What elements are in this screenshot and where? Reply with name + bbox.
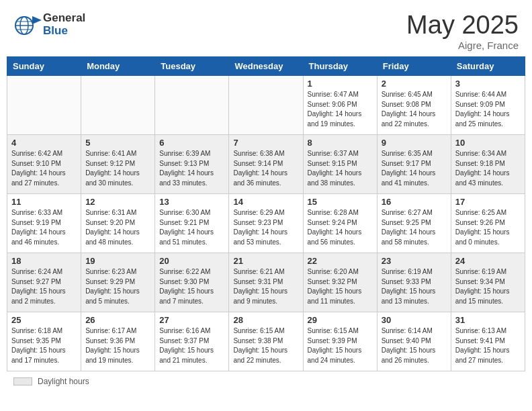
day-info: Sunrise: 6:38 AM Sunset: 9:14 PM Dayligh… bbox=[233, 149, 298, 188]
table-row bbox=[81, 76, 155, 135]
day-number: 5 bbox=[85, 138, 150, 148]
table-row: 1Sunrise: 6:47 AM Sunset: 9:06 PM Daylig… bbox=[303, 76, 377, 135]
day-number: 14 bbox=[233, 197, 298, 207]
day-info: Sunrise: 6:21 AM Sunset: 9:31 PM Dayligh… bbox=[233, 267, 298, 306]
header-saturday: Saturday bbox=[451, 57, 525, 76]
calendar-week-row: 1Sunrise: 6:47 AM Sunset: 9:06 PM Daylig… bbox=[7, 76, 525, 135]
day-number: 2 bbox=[382, 79, 447, 89]
day-info: Sunrise: 6:25 AM Sunset: 9:26 PM Dayligh… bbox=[455, 208, 521, 247]
day-info: Sunrise: 6:39 AM Sunset: 9:13 PM Dayligh… bbox=[159, 149, 224, 188]
table-row: 6Sunrise: 6:39 AM Sunset: 9:13 PM Daylig… bbox=[155, 135, 229, 194]
logo-blue: Blue bbox=[43, 25, 85, 38]
day-number: 1 bbox=[308, 79, 373, 89]
day-info: Sunrise: 6:17 AM Sunset: 9:36 PM Dayligh… bbox=[85, 326, 150, 365]
day-info: Sunrise: 6:20 AM Sunset: 9:32 PM Dayligh… bbox=[308, 267, 373, 306]
day-info: Sunrise: 6:41 AM Sunset: 9:12 PM Dayligh… bbox=[85, 149, 150, 188]
table-row: 4Sunrise: 6:42 AM Sunset: 9:10 PM Daylig… bbox=[7, 135, 81, 194]
day-number: 11 bbox=[11, 197, 77, 207]
day-info: Sunrise: 6:27 AM Sunset: 9:25 PM Dayligh… bbox=[382, 208, 447, 247]
day-number: 4 bbox=[11, 138, 77, 148]
day-number: 10 bbox=[455, 138, 521, 148]
header-sunday: Sunday bbox=[7, 57, 81, 76]
day-number: 19 bbox=[85, 256, 150, 266]
day-info: Sunrise: 6:37 AM Sunset: 9:15 PM Dayligh… bbox=[308, 149, 373, 188]
footer: Daylight hours bbox=[0, 371, 532, 392]
day-number: 22 bbox=[308, 256, 373, 266]
day-info: Sunrise: 6:14 AM Sunset: 9:40 PM Dayligh… bbox=[382, 326, 447, 365]
table-row: 17Sunrise: 6:25 AM Sunset: 9:26 PM Dayli… bbox=[451, 194, 525, 253]
header: General Blue May 2025 Aigre, France bbox=[0, 0, 532, 56]
table-row: 26Sunrise: 6:17 AM Sunset: 9:36 PM Dayli… bbox=[81, 312, 155, 371]
day-info: Sunrise: 6:35 AM Sunset: 9:17 PM Dayligh… bbox=[382, 149, 447, 188]
day-info: Sunrise: 6:30 AM Sunset: 9:21 PM Dayligh… bbox=[159, 208, 224, 247]
table-row: 19Sunrise: 6:23 AM Sunset: 9:29 PM Dayli… bbox=[81, 253, 155, 312]
table-row: 23Sunrise: 6:19 AM Sunset: 9:33 PM Dayli… bbox=[377, 253, 451, 312]
table-row: 14Sunrise: 6:29 AM Sunset: 9:23 PM Dayli… bbox=[229, 194, 303, 253]
day-number: 17 bbox=[455, 197, 521, 207]
table-row: 13Sunrise: 6:30 AM Sunset: 9:21 PM Dayli… bbox=[155, 194, 229, 253]
header-monday: Monday bbox=[81, 57, 155, 76]
day-info: Sunrise: 6:45 AM Sunset: 9:08 PM Dayligh… bbox=[382, 90, 447, 129]
logo-icon bbox=[13, 11, 42, 39]
calendar-table: Sunday Monday Tuesday Wednesday Thursday… bbox=[7, 56, 525, 371]
day-info: Sunrise: 6:47 AM Sunset: 9:06 PM Dayligh… bbox=[308, 90, 373, 129]
header-thursday: Thursday bbox=[303, 57, 377, 76]
day-number: 9 bbox=[382, 138, 447, 148]
table-row: 16Sunrise: 6:27 AM Sunset: 9:25 PM Dayli… bbox=[377, 194, 451, 253]
day-info: Sunrise: 6:16 AM Sunset: 9:37 PM Dayligh… bbox=[159, 326, 224, 365]
day-info: Sunrise: 6:29 AM Sunset: 9:23 PM Dayligh… bbox=[233, 208, 298, 247]
table-row: 18Sunrise: 6:24 AM Sunset: 9:27 PM Dayli… bbox=[7, 253, 81, 312]
day-info: Sunrise: 6:15 AM Sunset: 9:39 PM Dayligh… bbox=[308, 326, 373, 365]
day-info: Sunrise: 6:13 AM Sunset: 9:41 PM Dayligh… bbox=[455, 326, 521, 365]
calendar-week-row: 4Sunrise: 6:42 AM Sunset: 9:10 PM Daylig… bbox=[7, 135, 525, 194]
table-row: 22Sunrise: 6:20 AM Sunset: 9:32 PM Dayli… bbox=[303, 253, 377, 312]
table-row bbox=[7, 76, 81, 135]
day-number: 20 bbox=[159, 256, 224, 266]
calendar-week-row: 25Sunrise: 6:18 AM Sunset: 9:35 PM Dayli… bbox=[7, 312, 525, 371]
day-info: Sunrise: 6:18 AM Sunset: 9:35 PM Dayligh… bbox=[11, 326, 77, 365]
daylight-label: Daylight hours bbox=[38, 377, 89, 386]
day-info: Sunrise: 6:15 AM Sunset: 9:38 PM Dayligh… bbox=[233, 326, 298, 365]
table-row: 27Sunrise: 6:16 AM Sunset: 9:37 PM Dayli… bbox=[155, 312, 229, 371]
day-info: Sunrise: 6:31 AM Sunset: 9:20 PM Dayligh… bbox=[85, 208, 150, 247]
day-info: Sunrise: 6:19 AM Sunset: 9:33 PM Dayligh… bbox=[382, 267, 447, 306]
calendar-header-row: Sunday Monday Tuesday Wednesday Thursday… bbox=[7, 57, 525, 76]
header-tuesday: Tuesday bbox=[155, 57, 229, 76]
day-number: 12 bbox=[85, 197, 150, 207]
day-number: 26 bbox=[85, 315, 150, 325]
table-row: 3Sunrise: 6:44 AM Sunset: 9:09 PM Daylig… bbox=[451, 76, 525, 135]
table-row: 31Sunrise: 6:13 AM Sunset: 9:41 PM Dayli… bbox=[451, 312, 525, 371]
day-number: 18 bbox=[11, 256, 77, 266]
table-row: 30Sunrise: 6:14 AM Sunset: 9:40 PM Dayli… bbox=[377, 312, 451, 371]
day-info: Sunrise: 6:19 AM Sunset: 9:34 PM Dayligh… bbox=[455, 267, 521, 306]
logo-general: General bbox=[43, 12, 85, 25]
day-info: Sunrise: 6:44 AM Sunset: 9:09 PM Dayligh… bbox=[455, 90, 521, 129]
day-info: Sunrise: 6:22 AM Sunset: 9:30 PM Dayligh… bbox=[159, 267, 224, 306]
day-info: Sunrise: 6:42 AM Sunset: 9:10 PM Dayligh… bbox=[11, 149, 77, 188]
day-number: 31 bbox=[455, 315, 521, 325]
day-info: Sunrise: 6:34 AM Sunset: 9:18 PM Dayligh… bbox=[455, 149, 521, 188]
title-block: May 2025 Aigre, France bbox=[406, 11, 519, 51]
table-row: 2Sunrise: 6:45 AM Sunset: 9:08 PM Daylig… bbox=[377, 76, 451, 135]
table-row: 12Sunrise: 6:31 AM Sunset: 9:20 PM Dayli… bbox=[81, 194, 155, 253]
day-number: 3 bbox=[455, 79, 521, 89]
day-number: 7 bbox=[233, 138, 298, 148]
logo-text-block: General Blue bbox=[43, 12, 85, 37]
logo: General Blue bbox=[13, 11, 85, 39]
day-number: 15 bbox=[308, 197, 373, 207]
day-info: Sunrise: 6:33 AM Sunset: 9:19 PM Dayligh… bbox=[11, 208, 77, 247]
calendar-week-row: 18Sunrise: 6:24 AM Sunset: 9:27 PM Dayli… bbox=[7, 253, 525, 312]
day-number: 23 bbox=[382, 256, 447, 266]
svg-rect-0 bbox=[13, 11, 42, 39]
table-row bbox=[229, 76, 303, 135]
location: Aigre, France bbox=[406, 40, 519, 51]
table-row: 29Sunrise: 6:15 AM Sunset: 9:39 PM Dayli… bbox=[303, 312, 377, 371]
table-row: 11Sunrise: 6:33 AM Sunset: 9:19 PM Dayli… bbox=[7, 194, 81, 253]
daylight-bar bbox=[13, 377, 32, 385]
table-row: 28Sunrise: 6:15 AM Sunset: 9:38 PM Dayli… bbox=[229, 312, 303, 371]
day-number: 27 bbox=[159, 315, 224, 325]
day-number: 25 bbox=[11, 315, 77, 325]
table-row: 5Sunrise: 6:41 AM Sunset: 9:12 PM Daylig… bbox=[81, 135, 155, 194]
table-row: 10Sunrise: 6:34 AM Sunset: 9:18 PM Dayli… bbox=[451, 135, 525, 194]
day-info: Sunrise: 6:23 AM Sunset: 9:29 PM Dayligh… bbox=[85, 267, 150, 306]
